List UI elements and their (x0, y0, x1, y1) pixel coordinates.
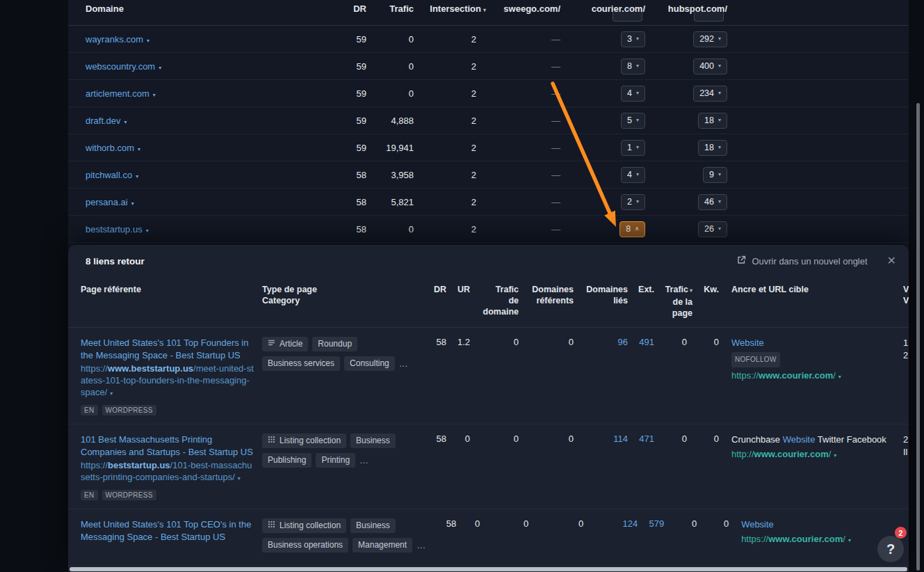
hubspot-count-dropdown[interactable]: 9▾ (703, 167, 727, 183)
ref-domains-value: 0 (519, 434, 574, 444)
hubspot-count-dropdown[interactable]: 400▾ (693, 58, 727, 74)
referring-page-url-link[interactable]: https://www.beststartup.us/meet-united-s… (81, 363, 254, 399)
horizontal-scrollbar[interactable] (70, 567, 907, 571)
domain-label: withorb.com (86, 143, 134, 153)
domain-link[interactable]: wayranks.com▾ (86, 34, 149, 45)
hubspot-count-dropdown[interactable]: 18▾ (698, 140, 727, 156)
column-header-page-referente[interactable]: Page référente (68, 284, 262, 295)
domain-link[interactable]: webscountry.com▾ (86, 61, 161, 72)
linked-domains-link[interactable]: 96 (618, 337, 628, 347)
column-header-clipped[interactable]: V V (900, 284, 909, 306)
dr-value: 58 (425, 518, 456, 529)
ext-link[interactable]: 579 (649, 518, 664, 529)
linked-domains-link[interactable]: 114 (613, 434, 628, 444)
chevron-down-icon: ▾ (636, 35, 639, 42)
column-header-intersection[interactable]: Intersection▾ (414, 3, 486, 14)
column-header-domaine[interactable]: Domaine (68, 3, 343, 14)
courier-count-dropdown[interactable]: 1▾ (621, 140, 645, 156)
table-row: articlement.com▾ 59 0 2 — 4▾ 234▾ (68, 80, 909, 107)
cms-badge: WORDPRESS (102, 405, 156, 415)
hubspot-count-dropdown[interactable]: 292▾ (693, 31, 727, 47)
ext-link[interactable]: 491 (639, 337, 654, 347)
chevron-down-icon: ▾ (636, 90, 639, 96)
hubspot-count-dropdown[interactable]: 46▾ (698, 194, 727, 210)
sweego-value: — (486, 143, 560, 153)
hubspot-count-dropdown[interactable]: 18▾ (698, 113, 727, 129)
more-ellipsis[interactable]: … (399, 358, 408, 369)
column-header-kw[interactable]: Kw. (692, 284, 719, 295)
column-header-dr[interactable]: DR (416, 284, 446, 295)
dr-value: 59 (343, 88, 366, 99)
chevron-down-icon: ▾ (718, 144, 721, 150)
target-url-link[interactable]: https://www.courier.com/▾ (731, 370, 900, 383)
domain-link[interactable]: articlement.com▾ (86, 88, 156, 99)
more-ellipsis[interactable]: … (359, 455, 368, 466)
courier-count-dropdown[interactable]: 4▾ (621, 167, 645, 183)
linked-domains-link[interactable]: 124 (622, 518, 638, 529)
url-scheme: https:// (81, 363, 108, 374)
referring-page-cell: Meet United States's 101 Top Founders in… (68, 337, 262, 415)
domain-link[interactable]: withorb.com▾ (86, 143, 140, 153)
referring-page-url-link[interactable]: https://beststartup.us/101-best-massachu… (81, 459, 254, 484)
column-header-trafic-page[interactable]: Trafic▾ de la page (654, 284, 692, 319)
ext-cell: 579 (638, 518, 664, 529)
help-button[interactable]: ? (877, 536, 904, 562)
page-type-cell: Listing collection Business Business ope… (262, 518, 425, 557)
intersection-value: 2 (414, 88, 486, 99)
domain-label: draft.dev (86, 116, 121, 126)
dropdown-fragment[interactable] (613, 12, 642, 22)
domain-traffic-value: 0 (480, 518, 528, 529)
courier-count-dropdown[interactable]: 2▾ (621, 194, 645, 210)
kw-value: 0 (692, 434, 719, 444)
target-url-link[interactable]: http://www.courier.com/▾ (731, 448, 900, 462)
type-badge: Listing collection (262, 518, 346, 533)
ext-cell: 491 (628, 337, 654, 347)
column-header-domaines-lies[interactable]: Domaines liés (574, 284, 628, 306)
domain-link[interactable]: beststartup.us▾ (86, 224, 149, 235)
domain-link[interactable]: persana.ai▾ (86, 197, 134, 207)
url-domain: www.courier.com (768, 534, 843, 544)
backlinks-table-header: Page référente Type de page Category DR … (68, 277, 909, 328)
domain-link[interactable]: pitchwall.co▾ (86, 170, 138, 180)
column-header-trafic[interactable]: Trafic (366, 3, 414, 14)
courier-count-dropdown[interactable]: 8▾ (621, 58, 645, 74)
more-ellipsis[interactable]: … (416, 540, 425, 550)
courier-count-dropdown[interactable]: 5▾ (621, 113, 645, 129)
anchor-link[interactable]: Website (741, 519, 774, 530)
column-header-trafic-domaine[interactable]: Trafic de domaine (470, 284, 519, 317)
domain-label: wayranks.com (86, 34, 143, 45)
close-icon[interactable]: ✕ (887, 255, 896, 267)
column-header-ur[interactable]: UR (446, 284, 470, 295)
hubspot-count-dropdown[interactable]: 234▾ (693, 86, 727, 102)
column-header-ext[interactable]: Ext. (628, 284, 654, 295)
referring-page-title-link[interactable]: 101 Best Massachusetts Printing Companie… (81, 434, 254, 459)
domain-label: pitchwall.co (86, 170, 132, 180)
dr-value: 59 (343, 34, 366, 45)
hubspot-count-dropdown[interactable]: 26▾ (698, 221, 727, 237)
clipped-value: 2 (903, 349, 909, 362)
sweego-value: — (486, 170, 560, 180)
anchor-link[interactable]: Website (783, 434, 816, 445)
count-label: 9 (709, 170, 714, 180)
column-header-type[interactable]: Type de page Category (262, 284, 416, 306)
count-label: 18 (704, 143, 714, 152)
category-badge-label: Consulting (350, 358, 389, 368)
chevron-down-icon: ▾ (636, 63, 639, 69)
referring-page-title-link[interactable]: Meet United States's 101 Top Founders in… (81, 337, 254, 362)
column-header-sweego[interactable]: sweego.com/ (486, 3, 560, 14)
column-header-domaines-referents[interactable]: Domaines référents (519, 284, 574, 306)
domain-link[interactable]: draft.dev▾ (86, 116, 127, 126)
ref-domains-value: 0 (519, 337, 574, 347)
vertical-scrollbar[interactable] (916, 103, 920, 571)
courier-count-dropdown[interactable]: 3▾ (621, 31, 645, 47)
courier-count-dropdown[interactable]: 4▾ (621, 86, 645, 102)
column-header-dr[interactable]: DR (343, 3, 366, 14)
url-path: / (833, 370, 836, 381)
column-header-ancre[interactable]: Ancre et URL cible (719, 284, 900, 295)
dropdown-fragment[interactable] (694, 12, 724, 22)
ext-link[interactable]: 471 (639, 434, 654, 444)
anchor-link[interactable]: Website (731, 337, 764, 348)
courier-count-dropdown-expanded[interactable]: 8∧ (619, 221, 645, 237)
open-new-tab-link[interactable]: Ouvrir dans un nouvel onglet (737, 255, 867, 267)
referring-page-title-link[interactable]: Meet United States's 101 Top CEO's in th… (81, 518, 254, 543)
